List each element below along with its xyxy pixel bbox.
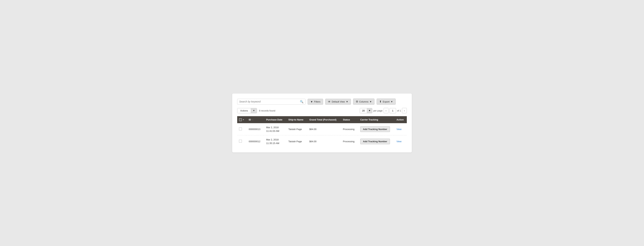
per-page-label: per page: [374, 109, 382, 112]
header-checkbox-wrapper: ▼: [239, 118, 244, 121]
columns-caret-icon: ▼: [370, 100, 372, 103]
row-ship-to: Talulah Page: [286, 123, 307, 135]
add-tracking-number-button[interactable]: Add Tracking Number: [360, 139, 390, 144]
col-header-ship-to-label: Ship-to Name: [288, 118, 304, 121]
orders-table: ▼ ID ↑ Purchase Date Ship-to Name Grand …: [237, 116, 407, 147]
col-header-purchase-date: Purchase Date: [264, 116, 286, 123]
col-header-carrier-tracking: Carrier Tracking: [358, 116, 394, 123]
columns-label: Columns: [359, 100, 368, 103]
row-purchase-date: Mar 2, 2018 11:35:15 AM: [264, 135, 286, 148]
col-header-purchase-date-label: Purchase Date: [266, 118, 282, 121]
purchase-date-line1: Mar 2, 2018: [266, 138, 283, 142]
eye-icon: 👁: [328, 100, 330, 103]
row-purchase-date: Mar 2, 2018 11:41:03 AM: [264, 123, 286, 135]
export-icon: ⬆: [379, 100, 382, 103]
search-input[interactable]: [239, 100, 300, 103]
search-wrapper: 🔍: [237, 99, 306, 105]
top-toolbar: 🔍 ▼ Filters 👁 Default View ▼ ⚙ Columns ▼…: [237, 99, 407, 105]
default-view-caret-icon: ▼: [346, 100, 348, 103]
actions-button-group: Actions ▼: [237, 108, 257, 113]
col-header-id[interactable]: ID ↑: [246, 116, 264, 123]
row-checkbox-cell: [237, 135, 246, 148]
col-header-grand-total: Grand Total (Purchased): [307, 116, 340, 123]
row-ship-to: Talulah Page: [286, 135, 307, 148]
previous-page-button[interactable]: ‹: [384, 108, 388, 113]
col-header-action-label: Action: [396, 118, 404, 121]
row-action: View: [394, 123, 407, 135]
default-view-label: Default View: [332, 100, 345, 103]
row-id: 000000013: [246, 123, 264, 135]
col-header-checkbox: ▼: [237, 116, 246, 123]
col-header-action: Action: [394, 116, 407, 123]
row-id: 000000012: [246, 135, 264, 148]
header-checkbox[interactable]: [239, 118, 242, 121]
current-page: 1: [390, 108, 396, 113]
row-checkbox[interactable]: [239, 127, 242, 130]
row-status: Processing: [340, 135, 358, 148]
table-header-row: ▼ ID ↑ Purchase Date Ship-to Name Grand …: [237, 116, 407, 123]
sort-id-icon: ↑: [252, 119, 253, 121]
columns-button[interactable]: ⚙ Columns ▼: [353, 99, 374, 105]
col-header-status-label: Status: [343, 118, 350, 121]
filters-label: Filters: [314, 100, 320, 103]
export-label: Export: [383, 100, 390, 103]
per-page-caret-button[interactable]: ▼: [367, 108, 372, 113]
filters-button[interactable]: ▼ Filters: [308, 99, 323, 105]
row-checkbox[interactable]: [239, 140, 242, 143]
filter-icon: ▼: [310, 100, 313, 103]
row-status: Processing: [340, 123, 358, 135]
row-grand-total: $64.00: [307, 123, 340, 135]
row-carrier-tracking: Add Tracking Number: [358, 135, 394, 148]
view-link[interactable]: View: [396, 140, 402, 143]
orders-grid: 🔍 ▼ Filters 👁 Default View ▼ ⚙ Columns ▼…: [232, 94, 412, 152]
header-checkbox-caret[interactable]: ▼: [242, 119, 244, 121]
per-page-group: 20 ▼: [360, 108, 372, 113]
add-tracking-number-button[interactable]: Add Tracking Number: [360, 126, 390, 132]
purchase-date-line1: Mar 2, 2018: [266, 126, 283, 129]
row-checkbox-cell: [237, 123, 246, 135]
actions-caret-button[interactable]: ▼: [251, 108, 257, 113]
col-header-status: Status: [340, 116, 358, 123]
col-header-grand-total-label: Grand Total (Purchased): [310, 118, 336, 121]
col-header-id-label: ID: [249, 118, 251, 121]
table-row: 000000013 Mar 2, 2018 11:41:03 AM Talula…: [237, 123, 407, 135]
purchase-date-line2: 11:35:15 AM: [266, 142, 283, 145]
row-action: View: [394, 135, 407, 148]
purchase-date-line2: 11:41:03 AM: [266, 129, 283, 133]
search-icon[interactable]: 🔍: [300, 100, 304, 103]
per-page-value: 20: [360, 108, 367, 113]
actions-label: Actions: [237, 108, 251, 113]
next-page-button[interactable]: ›: [402, 108, 407, 113]
col-header-carrier-tracking-label: Carrier Tracking: [360, 118, 378, 121]
of-label: of 1: [397, 109, 401, 112]
export-button[interactable]: ⬆ Export ▼: [376, 99, 396, 105]
records-count: 8 records found: [259, 109, 275, 112]
export-caret-icon: ▼: [391, 100, 393, 103]
col-header-ship-to: Ship-to Name: [286, 116, 307, 123]
gear-icon: ⚙: [356, 100, 358, 103]
view-link[interactable]: View: [396, 128, 402, 131]
pagination-controls: 20 ▼ per page ‹ 1 of 1 ›: [360, 108, 407, 113]
row-carrier-tracking: Add Tracking Number: [358, 123, 394, 135]
default-view-button[interactable]: 👁 Default View ▼: [325, 99, 351, 105]
table-row: 000000012 Mar 2, 2018 11:35:15 AM Talula…: [237, 135, 407, 148]
actions-row: Actions ▼ 8 records found 20 ▼ per page …: [237, 108, 407, 113]
row-grand-total: $64.00: [307, 135, 340, 148]
